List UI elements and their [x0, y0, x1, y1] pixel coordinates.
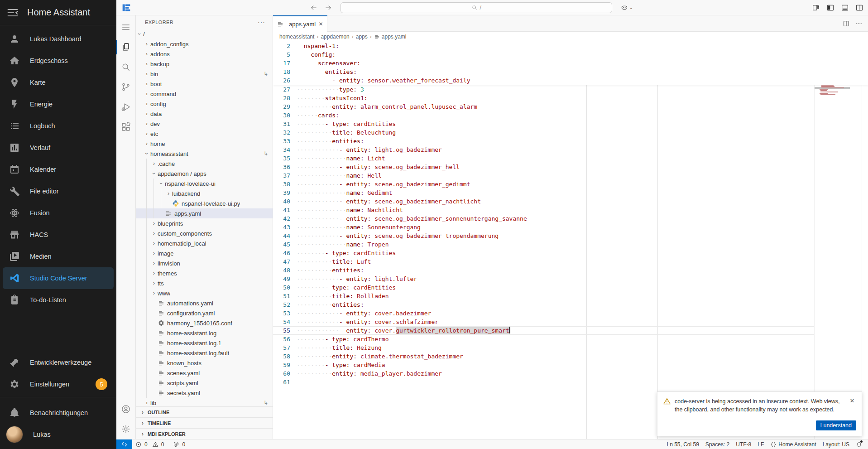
- split-editor-icon[interactable]: [843, 20, 850, 27]
- remote-indicator[interactable]: [116, 439, 132, 449]
- tree-folder-homeassistant[interactable]: ›homeassistant↳: [136, 149, 273, 159]
- tree-folder-etc[interactable]: ›etc: [136, 129, 273, 139]
- activity-account[interactable]: [116, 399, 136, 419]
- explorer-more-actions[interactable]: ···: [258, 19, 265, 26]
- sidebar-item-logbuch[interactable]: Logbuch: [3, 115, 114, 137]
- tree-folder-tts[interactable]: ›tts: [136, 278, 273, 288]
- tree-folder-addon-configs[interactable]: ›addon_configs: [136, 39, 273, 49]
- breadcrumb-item[interactable]: homeassistant: [279, 34, 314, 40]
- panel-left-icon[interactable]: [826, 4, 834, 12]
- section-timeline[interactable]: ›TIMELINE: [136, 417, 273, 428]
- tree-file-home-assistant-log-fault[interactable]: home-assistant.log.fault: [136, 348, 273, 358]
- sidebar-item-file-editor[interactable]: File editor: [3, 180, 114, 202]
- tree-file-nspanel-lovelace-ui-py[interactable]: nspanel-lovelace-ui.py: [136, 198, 273, 208]
- tree-folder-lib[interactable]: ›lib↳: [136, 398, 273, 406]
- sidebar-item-energie[interactable]: Energie: [3, 93, 114, 115]
- tree-file-configuration-yaml[interactable]: configuration.yaml: [136, 308, 273, 318]
- activity-source-control[interactable]: [116, 77, 136, 97]
- tab-close-icon[interactable]: ✕: [318, 20, 323, 28]
- sidebar-item-entwicklerwerkzeuge[interactable]: Entwicklerwerkzeuge: [3, 352, 114, 373]
- back-button[interactable]: [310, 4, 318, 12]
- tree-file-harmony-15540165-conf[interactable]: harmony_15540165.conf: [136, 318, 273, 328]
- tree-folder-backup[interactable]: ›backup: [136, 59, 273, 69]
- sidebar-item-karte[interactable]: Karte: [3, 72, 114, 93]
- status-keyboard-layout[interactable]: Layout: US: [820, 439, 853, 449]
- activity-run-and-debug[interactable]: [116, 97, 136, 117]
- breadcrumb-item[interactable]: apps: [356, 34, 368, 40]
- sidebar-item-to-do-listen[interactable]: To-do-Listen: [3, 289, 114, 311]
- customize-layout-icon[interactable]: [812, 4, 820, 12]
- activity-settings[interactable]: [116, 419, 136, 439]
- tree-file-home-assistant-log-1[interactable]: home-assistant.log.1: [136, 338, 273, 348]
- sidebar-item-erdgeschoss[interactable]: Erdgeschoss: [3, 50, 114, 72]
- status-cursor-position[interactable]: Ln 55, Col 59: [663, 439, 702, 449]
- tree-file-scripts-yaml[interactable]: scripts.yaml: [136, 378, 273, 388]
- sidebar-item-benachrichtigungen[interactable]: Benachrichtigungen: [3, 402, 114, 424]
- tree-folder-www[interactable]: ›www: [136, 288, 273, 298]
- command-center-search[interactable]: /: [340, 2, 612, 13]
- tree-folder-command[interactable]: ›command: [136, 89, 273, 99]
- tree-folder-custom-components[interactable]: ›custom_components: [136, 228, 273, 238]
- tree-folder--cache[interactable]: ›.cache: [136, 159, 273, 169]
- panel-right-icon[interactable]: [855, 4, 863, 12]
- activity-search[interactable]: [116, 57, 136, 77]
- sidebar-item-verlauf[interactable]: Verlauf: [3, 137, 114, 159]
- tab-apps-yaml[interactable]: apps.yaml ✕: [273, 15, 327, 32]
- tree-folder-boot[interactable]: ›boot: [136, 79, 273, 89]
- section-mdi-explorer[interactable]: ›MDI EXPLORER: [136, 428, 273, 439]
- activity-explorer[interactable]: [116, 37, 136, 57]
- tree-folder-dev[interactable]: ›dev: [136, 119, 273, 129]
- tree-folder-llmvision[interactable]: ›llmvision: [136, 258, 273, 268]
- scrollbar[interactable]: [862, 42, 868, 439]
- tree-folder-config[interactable]: ›config: [136, 99, 273, 109]
- sidebar-item-lukas-dashboard[interactable]: Lukas Dashboard: [3, 28, 114, 50]
- minimap[interactable]: [814, 42, 862, 439]
- sidebar-item-einstellungen[interactable]: Einstellungen5: [3, 373, 114, 395]
- ports-status[interactable]: 0: [170, 439, 188, 449]
- status-language-mode[interactable]: Home Assistant: [767, 439, 819, 449]
- tree-folder-data[interactable]: ›data: [136, 109, 273, 119]
- tree-folder-blueprints[interactable]: ›blueprints: [136, 218, 273, 228]
- tree-file-secrets-yaml[interactable]: secrets.yaml: [136, 388, 273, 398]
- tree-folder-nspanel-lovelace-ui[interactable]: ›nspanel-lovelace-ui: [136, 179, 273, 188]
- i-understand-button[interactable]: I understand: [816, 420, 857, 430]
- sidebar-item-studio-code-server[interactable]: Studio Code Server: [3, 267, 114, 289]
- problems-status[interactable]: 00: [132, 439, 170, 449]
- status-encoding[interactable]: UTF-8: [733, 439, 754, 449]
- sidebar-item-hacs[interactable]: HACS: [3, 224, 114, 246]
- tree-folder-bin[interactable]: ›bin↳: [136, 69, 273, 79]
- tree-folder-homematicip-local[interactable]: ›homematicip_local: [136, 238, 273, 248]
- breadcrumb-item[interactable]: appdaemon: [321, 34, 349, 40]
- copilot-menu[interactable]: ⌄: [620, 4, 633, 12]
- tree-folder-home[interactable]: ›home: [136, 139, 273, 149]
- line-number: 56: [273, 335, 297, 343]
- tree-file-automations-yaml[interactable]: automations.yaml: [136, 298, 273, 308]
- forward-button[interactable]: [324, 4, 332, 12]
- sidebar-toggle-button[interactable]: [6, 6, 19, 19]
- tree-folder--[interactable]: ›/: [136, 29, 273, 39]
- tree-file-scenes-yaml[interactable]: scenes.yaml: [136, 368, 273, 378]
- notification-close-icon[interactable]: ✕: [848, 397, 856, 406]
- tree-file-apps-yaml[interactable]: apps.yaml: [136, 208, 273, 218]
- sidebar-item-fusion[interactable]: Fusion: [3, 202, 114, 224]
- status-indentation[interactable]: Spaces: 2: [702, 439, 733, 449]
- more-actions-icon[interactable]: [855, 20, 863, 27]
- section-outline[interactable]: ›OUTLINE: [136, 406, 273, 417]
- panel-bottom-icon[interactable]: [841, 4, 849, 12]
- status-notifications-bell[interactable]: [853, 439, 865, 449]
- sidebar-item-lukas[interactable]: Lukas: [3, 424, 114, 445]
- status-eol[interactable]: LF: [754, 439, 767, 449]
- code-editor[interactable]: 2 nspanel-1:5 config:17 screensaver:18 e…: [273, 42, 868, 439]
- tree-folder-addons[interactable]: ›addons: [136, 49, 273, 59]
- tree-file-home-assistant-log[interactable]: home-assistant.log: [136, 328, 273, 338]
- breadcrumb-item[interactable]: apps.yaml: [374, 34, 407, 40]
- tree-folder-appdaemon-apps[interactable]: ›appdaemon / apps: [136, 169, 273, 179]
- tree-file-known-hosts[interactable]: known_hosts: [136, 358, 273, 368]
- tree-folder-themes[interactable]: ›themes: [136, 268, 273, 278]
- activity-menu[interactable]: [116, 17, 136, 37]
- sidebar-item-medien[interactable]: Medien: [3, 246, 114, 267]
- tree-folder-image[interactable]: ›image: [136, 248, 273, 258]
- sidebar-item-kalender[interactable]: Kalender: [3, 159, 114, 180]
- tree-folder-luibackend[interactable]: ›luibackend: [136, 188, 273, 198]
- activity-extensions[interactable]: [116, 117, 136, 137]
